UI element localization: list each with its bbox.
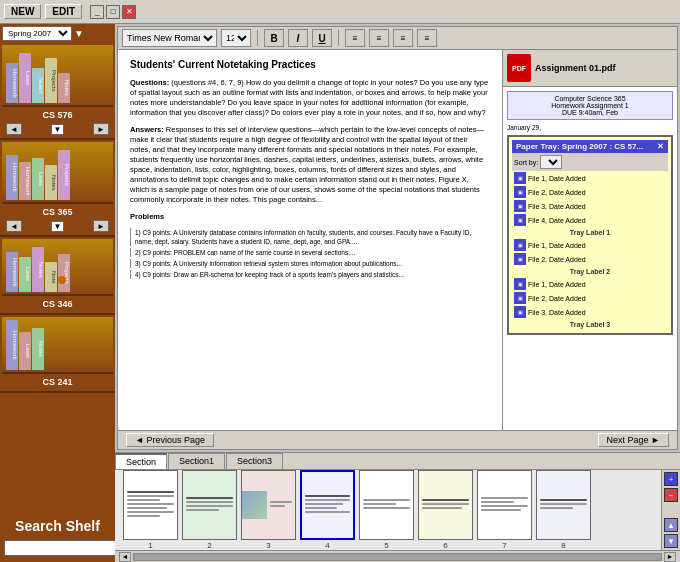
- tab-section[interactable]: Section: [115, 453, 167, 469]
- book-cs241-1[interactable]: Homework: [6, 320, 18, 370]
- tray1-label: Tray Label 1: [512, 227, 668, 238]
- semester-dropdown[interactable]: Spring 2007: [2, 26, 72, 41]
- tl1: [127, 491, 174, 493]
- doc-text[interactable]: Students' Current Notetaking Practices Q…: [118, 50, 502, 430]
- align-justify-button[interactable]: ≡: [417, 29, 437, 47]
- tray-file-2-2[interactable]: ▣ File 2, Date Added: [512, 252, 668, 266]
- thumb-num-4: 4: [325, 541, 329, 550]
- tray-file-3-3[interactable]: ▣ File 3, Date Added: [512, 305, 668, 319]
- search-input-row: →: [4, 538, 111, 558]
- scroll-right-arrow[interactable]: ►: [664, 552, 676, 562]
- book-cs346-1[interactable]: Homework: [6, 252, 18, 292]
- edit-button[interactable]: EDIT: [45, 4, 82, 19]
- tab-section3[interactable]: Section3: [226, 453, 283, 469]
- tray-file-1-2[interactable]: ▣ File 2, Date Added: [512, 185, 668, 199]
- book-cs346-3[interactable]: Notes: [32, 247, 44, 292]
- underline-button[interactable]: U: [312, 29, 332, 47]
- tl52: [363, 503, 396, 505]
- tl51: [363, 499, 410, 501]
- tl73: [481, 505, 528, 507]
- book-cs365-5[interactable]: Projects: [58, 150, 70, 200]
- scroll-up-button[interactable]: ▲: [664, 518, 678, 532]
- scroll-minus-button[interactable]: −: [664, 488, 678, 502]
- align-left-button[interactable]: ≡: [345, 29, 365, 47]
- thumb-num-5: 5: [384, 541, 388, 550]
- center-content: Times New Roman 12 B I U ≡ ≡ ≡ ≡ Student…: [115, 24, 680, 562]
- thumb-2[interactable]: 2: [182, 470, 237, 550]
- tl63: [422, 507, 462, 509]
- tray-file-1-4[interactable]: ▣ File 4, Date Added: [512, 213, 668, 227]
- pdf-course: Computer Science 365: [511, 95, 669, 102]
- bold-button[interactable]: B: [264, 29, 284, 47]
- tray2-label: Tray Label 2: [512, 266, 668, 277]
- close-button[interactable]: ✕: [122, 5, 136, 19]
- paper-tray-title: Paper Tray: Spring 2007 : CS 57...: [516, 142, 643, 151]
- sort-select[interactable]: [540, 155, 562, 169]
- book-cs576-3[interactable]: Notes: [32, 68, 44, 103]
- align-center-button[interactable]: ≡: [369, 29, 389, 47]
- font-size-select[interactable]: 12: [221, 29, 251, 47]
- shelf-cs365-right-arrow[interactable]: ►: [93, 220, 109, 232]
- book-cs346-4[interactable]: Note: [45, 262, 57, 292]
- scroll-track[interactable]: [133, 553, 662, 561]
- scroll-plus-button[interactable]: +: [664, 472, 678, 486]
- scroll-down-button[interactable]: ▼: [664, 534, 678, 548]
- book-cs365-2[interactable]: Homework: [19, 162, 31, 200]
- problem-1: 1) C9 points: A University database cont…: [130, 228, 490, 246]
- tray-file-1-3[interactable]: ▣ File 3, Date Added: [512, 199, 668, 213]
- book-cs576-1[interactable]: Homework: [6, 63, 18, 103]
- thumb-4[interactable]: 4: [300, 470, 355, 550]
- book-cs241-2[interactable]: Laws: [19, 332, 31, 370]
- tray-file-1-1[interactable]: ▣ File 1, Date Added: [512, 171, 668, 185]
- search-input[interactable]: [4, 540, 115, 556]
- shelf-cs365-books: Homework Homework Laws Notes Projects: [2, 142, 113, 202]
- new-button[interactable]: NEW: [4, 4, 41, 19]
- thumb-5[interactable]: 5: [359, 470, 414, 550]
- book-cs576-4[interactable]: Projects: [45, 58, 57, 103]
- book-cs576-2[interactable]: Laws: [19, 53, 31, 103]
- right-scroll-buttons: + − ▲ ▼: [661, 470, 680, 550]
- bottom-content: 1 2: [115, 470, 680, 550]
- book-cs346-2[interactable]: Laws: [19, 257, 31, 292]
- tray-file-3-2[interactable]: ▣ File 2, Date Added: [512, 291, 668, 305]
- questions-text: (questions #4, 6, 7, 9) How do you delim…: [130, 78, 488, 117]
- font-select[interactable]: Times New Roman: [122, 29, 217, 47]
- shelf-cs365-dropdown[interactable]: ▼: [51, 221, 65, 232]
- thumb-lines-5: [360, 496, 413, 514]
- paper-tray-close[interactable]: ✕: [657, 142, 664, 151]
- next-page-button[interactable]: Next Page ►: [598, 433, 669, 447]
- minimize-button[interactable]: _: [90, 5, 104, 19]
- prev-page-button[interactable]: ◄ Previous Page: [126, 433, 214, 447]
- thumb-7[interactable]: 7: [477, 470, 532, 550]
- tray-file-2-1[interactable]: ▣ File 1, Date Added: [512, 238, 668, 252]
- maximize-button[interactable]: □: [106, 5, 120, 19]
- book-cs346-5[interactable]: Projects: [58, 254, 70, 292]
- bottom-tabs: Section Section1 Section3: [115, 453, 680, 470]
- tray-file-3-2-name: File 2, Date Added: [528, 295, 586, 302]
- book-cs365-4[interactable]: Notes: [45, 165, 57, 200]
- book-cs576-5[interactable]: Notes: [58, 73, 70, 103]
- italic-button[interactable]: I: [288, 29, 308, 47]
- shelf-cs576-dropdown[interactable]: ▼: [51, 124, 65, 135]
- shelf-cs365: Homework Homework Laws Notes Projects CS…: [0, 140, 115, 237]
- scroll-left-arrow[interactable]: ◄: [119, 552, 131, 562]
- shelf-cs241-books: Homework Laws Notes: [2, 317, 113, 372]
- thumb-8[interactable]: 8: [536, 470, 591, 550]
- thumb-6[interactable]: 6: [418, 470, 473, 550]
- shelf-cs576-left-arrow[interactable]: ◄: [6, 123, 22, 135]
- thumb-3[interactable]: 3: [241, 470, 296, 550]
- tray-file-3-1[interactable]: ▣ File 1, Date Added: [512, 277, 668, 291]
- align-right-button[interactable]: ≡: [393, 29, 413, 47]
- pdf-content: Computer Science 365 Homework Assignment…: [503, 87, 677, 430]
- book-cs365-3[interactable]: Laws: [32, 158, 44, 200]
- thumb-1[interactable]: 1: [123, 470, 178, 550]
- tl45: [305, 511, 350, 513]
- tl43: [305, 503, 343, 505]
- tab-section1[interactable]: Section1: [168, 453, 225, 469]
- book-cs365-1[interactable]: Homework: [6, 155, 18, 200]
- shelf-cs365-left-arrow[interactable]: ◄: [6, 220, 22, 232]
- shelf-cs576-right-arrow[interactable]: ►: [93, 123, 109, 135]
- sort-label: Sort by:: [514, 159, 538, 166]
- book-cs241-3[interactable]: Notes: [32, 328, 44, 370]
- shelf-cs576: Homework Laws Notes Projects Notes CS 57…: [0, 43, 115, 140]
